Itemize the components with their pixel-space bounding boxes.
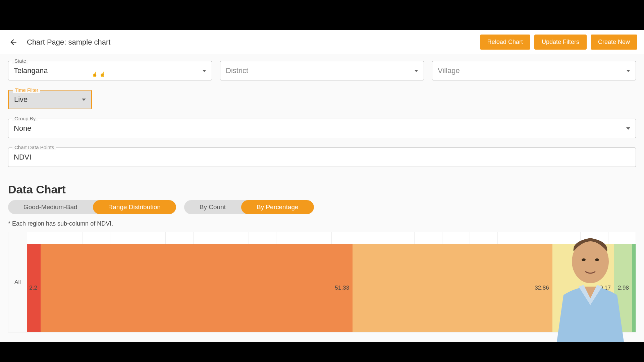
datapoints-field[interactable]: Chart Data Points NDVI <box>8 147 636 167</box>
distribution-toggle: Good-Medium-BadRange Distribution <box>8 200 176 214</box>
datapoints-label: Chart Data Points <box>12 144 56 150</box>
bar-segment: 32.86 <box>353 244 552 332</box>
update-filters-button[interactable]: Update Filters <box>534 35 587 50</box>
datapoints-value: NDVI <box>14 153 630 162</box>
toggle-range-distribution[interactable]: Range Distribution <box>93 200 176 214</box>
time-filter-value: Live <box>14 95 82 104</box>
reload-chart-button[interactable]: Reload Chart <box>480 35 530 50</box>
district-select[interactable]: District <box>220 61 424 80</box>
create-new-button[interactable]: Create New <box>591 35 637 50</box>
bar-segment: 10.17 <box>552 244 614 332</box>
state-label: State <box>12 58 28 64</box>
village-select[interactable]: Village <box>432 61 636 80</box>
chevron-down-icon <box>414 70 418 72</box>
bar-segment: 51.33 <box>41 244 353 332</box>
state-value: Telangana <box>14 66 202 75</box>
header-actions: Reload Chart Update Filters Create New <box>480 35 637 50</box>
chevron-down-icon <box>202 70 206 72</box>
chart-footnote: * Each region has sub-column of NDVI. <box>0 218 644 232</box>
chevron-down-icon <box>626 127 630 130</box>
section-title: Data Chart <box>0 176 644 200</box>
chevron-down-icon <box>626 70 630 72</box>
toggle-good-medium-bad[interactable]: Good-Medium-Bad <box>8 200 93 214</box>
village-placeholder: Village <box>438 66 626 75</box>
chart-plot-area: 2.251.3332.8610.172.98 <box>27 232 636 332</box>
bar-segment: 2.2 <box>27 244 41 332</box>
time-filter-label: Time Filter <box>13 87 40 93</box>
header-bar: Chart Page: sample chart Reload Chart Up… <box>0 30 644 54</box>
groupby-label: Group By <box>12 116 38 121</box>
time-filter-select[interactable]: Time Filter Live <box>8 90 92 109</box>
page-title: Chart Page: sample chart <box>27 38 480 47</box>
count-percentage-toggle: By CountBy Percentage <box>184 200 314 214</box>
toggle-by-count[interactable]: By Count <box>184 200 241 214</box>
toggle-by-percentage[interactable]: By Percentage <box>241 200 314 214</box>
chevron-down-icon <box>82 99 86 101</box>
groupby-value: None <box>14 124 626 133</box>
app-window: Chart Page: sample chart Reload Chart Up… <box>0 30 644 342</box>
bar-segment: 2.98 <box>614 244 632 332</box>
back-button[interactable] <box>7 36 20 49</box>
stacked-bar-row: 2.251.3332.8610.172.98 <box>27 244 636 332</box>
groupby-select[interactable]: Group By None <box>8 119 636 138</box>
arrow-left-icon <box>9 38 18 47</box>
bar-segment <box>632 244 636 332</box>
chart-y-category: All <box>8 232 27 332</box>
district-placeholder: District <box>226 66 414 75</box>
grid-line <box>636 232 636 332</box>
state-select[interactable]: State Telangana ☝ ☝ <box>8 61 212 80</box>
filters-panel: State Telangana ☝ ☝ District Village Tim… <box>0 54 644 167</box>
data-chart: All 2.251.3332.8610.172.98 <box>8 232 636 333</box>
chart-toggles: Good-Medium-BadRange Distribution By Cou… <box>0 200 644 218</box>
